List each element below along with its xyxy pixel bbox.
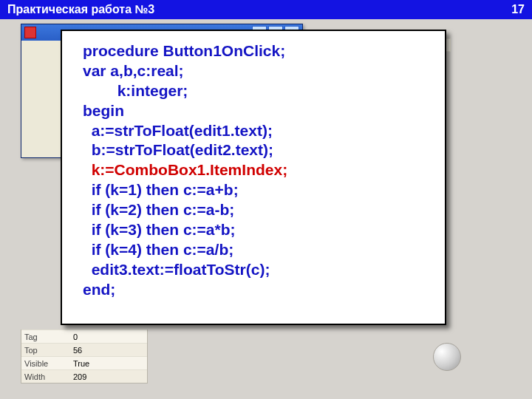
- slide-title: Практическая работа №3: [7, 3, 154, 16]
- code-line: edit3.text:=floatToStr(c);: [83, 261, 270, 278]
- prop-key: Visible: [21, 359, 72, 368]
- prop-key: Tag: [21, 332, 72, 341]
- slide-header: Практическая работа №3 17: [0, 0, 532, 19]
- prop-value: 209: [72, 372, 147, 381]
- code-line: a:=strToFloat(edit1.text);: [83, 122, 273, 139]
- property-row: Top 56: [21, 343, 147, 356]
- property-row: Width 209: [21, 369, 147, 383]
- slide-page-number: 17: [511, 3, 525, 16]
- code-line: if (k=2) then c:=a-b;: [83, 201, 234, 218]
- property-row: Tag 0: [21, 330, 147, 343]
- prop-key: Width: [21, 372, 72, 381]
- code-line: var a,b,c:real;: [83, 62, 184, 79]
- code-line: procedure Button1OnClick;: [83, 42, 285, 59]
- code-listing: procedure Button1OnClick; var a,b,c:real…: [83, 41, 434, 299]
- code-line: k:integer;: [83, 82, 188, 99]
- prop-value: 56: [72, 346, 147, 355]
- prop-value: 0: [72, 332, 147, 341]
- slide: Практическая работа №3 17 _ □ × Tag 0 To…: [0, 0, 532, 399]
- code-line-highlight: k:=ComboBox1.ItemIndex;: [83, 161, 287, 178]
- code-line: if (k=4) then c:=a/b;: [83, 241, 233, 258]
- prop-value: True: [72, 359, 147, 368]
- property-row: Visible True: [21, 356, 147, 369]
- code-line: if (k=1) then c:=a+b;: [83, 181, 239, 198]
- property-grid: Tag 0 Top 56 Visible True Width 209: [21, 330, 148, 383]
- code-line: begin: [83, 102, 124, 119]
- code-line: if (k=3) then c:=a*b;: [83, 221, 236, 238]
- prop-key: Top: [21, 346, 72, 355]
- dial-icon: [433, 343, 461, 371]
- app-icon: [24, 27, 36, 38]
- code-line: b:=strToFloat(edit2.text);: [83, 141, 273, 158]
- code-panel: procedure Button1OnClick; var a,b,c:real…: [61, 30, 446, 325]
- code-line: end;: [83, 281, 115, 298]
